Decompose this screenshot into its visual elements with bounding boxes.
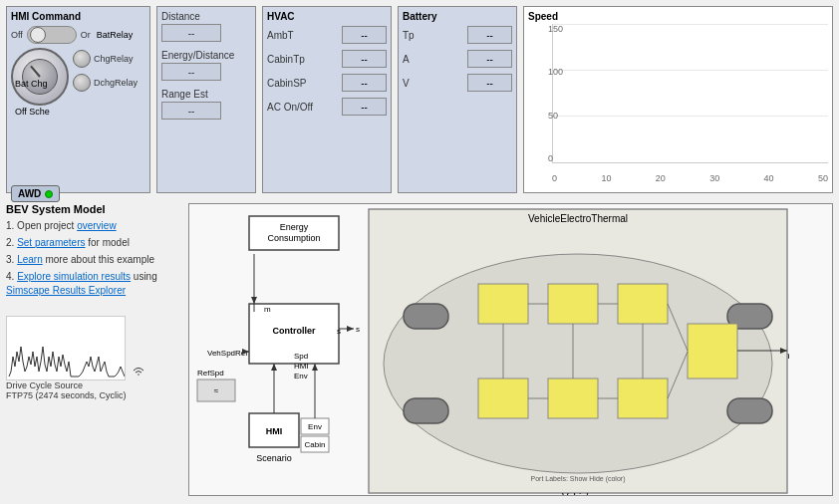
- hvac-value-2: --: [342, 74, 387, 92]
- hvac-label-1: CabinTp: [267, 54, 305, 65]
- chart-y-axis: 150 100 50 0: [548, 24, 563, 163]
- svg-text:Scenario: Scenario: [256, 453, 292, 463]
- svg-text:Spd: Spd: [294, 352, 308, 361]
- distance-panel: Distance -- Energy/Distance -- Range Est…: [156, 6, 256, 193]
- waveform-svg: [7, 317, 125, 379]
- left-info: BEV System Model 1. Open project overvie…: [6, 203, 180, 496]
- awd-led: [45, 190, 53, 198]
- toggle-knob: [30, 27, 46, 43]
- svg-text:Port Labels: Show  Hide (color: Port Labels: Show Hide (color): [531, 475, 626, 483]
- bev-item-1: 1. Open project overview: [6, 219, 180, 233]
- hmi-dial[interactable]: [11, 48, 69, 106]
- svg-marker-26: [347, 326, 354, 332]
- chart-grid: [552, 24, 828, 163]
- svg-text:VehicleElectroThermal: VehicleElectroThermal: [528, 213, 628, 224]
- svg-rect-45: [618, 284, 668, 324]
- svg-marker-31: [312, 364, 318, 371]
- hmi-title: HMI Command: [11, 11, 145, 22]
- svg-marker-29: [271, 364, 277, 371]
- svg-rect-46: [478, 378, 528, 418]
- svg-text:Cabin: Cabin: [305, 440, 326, 449]
- wifi-icon-area: [132, 365, 145, 378]
- hvac-value-1: --: [342, 50, 387, 68]
- drive-cycle-caption: Drive Cycle Source FTP75 (2474 seconds, …: [6, 380, 180, 400]
- bev-item-3: 3. Learn more about this example: [6, 253, 180, 267]
- distance-field: Distance --: [161, 11, 251, 42]
- off-sche-text: Off Sche: [15, 107, 50, 117]
- bev-item-2: 2. Set parameters for model: [6, 236, 180, 250]
- x-label-30: 30: [709, 173, 719, 183]
- distance-label: Distance: [161, 11, 251, 22]
- simulink-diagram: Energy Consumption Controller m Spd HMI …: [189, 204, 832, 495]
- battery-value-2: --: [467, 74, 512, 92]
- grid-line-2: [553, 70, 828, 71]
- block-diagram: Energy Consumption Controller m Spd HMI …: [188, 203, 833, 496]
- battery-row-1: A --: [403, 50, 512, 68]
- awd-button[interactable]: AWD: [11, 185, 60, 202]
- hvac-label-0: AmbT: [267, 30, 294, 41]
- svg-text:Env: Env: [294, 372, 308, 380]
- hvac-panel: HVAC AmbT -- CabinTp -- CabinSP -- AC On…: [262, 6, 392, 193]
- y-label-0: 0: [548, 153, 563, 163]
- svg-rect-41: [404, 304, 448, 329]
- x-label-0: 0: [552, 173, 557, 183]
- hvac-rows: AmbT -- CabinTp -- CabinSP -- AC On/Off …: [267, 26, 387, 116]
- battery-rows: Tp -- A -- V --: [403, 26, 512, 92]
- range-est-value: --: [161, 102, 221, 120]
- chg-relay-row: ChgRelay: [73, 50, 138, 68]
- chart-area: 150 100 50 0 0 10 20 30 40 50: [528, 24, 828, 183]
- battery-value-1: --: [467, 50, 512, 68]
- chart-x-axis: 0 10 20 30 40 50: [552, 173, 828, 183]
- battery-value-0: --: [467, 26, 512, 44]
- svg-rect-39: [404, 398, 448, 423]
- svg-text:Vehicle: Vehicle: [562, 492, 595, 495]
- set-params-link[interactable]: Set parameters: [17, 237, 85, 248]
- svg-text:HMI: HMI: [294, 362, 309, 371]
- svg-rect-48: [618, 378, 668, 418]
- hvac-row-1: CabinTp --: [267, 50, 387, 68]
- battery-label-2: V: [403, 78, 410, 89]
- svg-text:Controller: Controller: [272, 326, 315, 336]
- grid-line-1: [553, 24, 828, 25]
- svg-text:HMI: HMI: [266, 426, 283, 436]
- battery-title: Battery: [403, 11, 512, 22]
- svg-text:s: s: [356, 325, 360, 334]
- svg-marker-21: [251, 297, 257, 304]
- hvac-value-3: --: [342, 98, 387, 116]
- dchg-relay-circle[interactable]: [73, 74, 91, 92]
- hvac-row-0: AmbT --: [267, 26, 387, 44]
- drive-cycle-img: [6, 316, 126, 380]
- energy-distance-value: --: [161, 63, 221, 81]
- hmi-or-label: Or: [81, 30, 91, 40]
- x-label-50: 50: [818, 173, 828, 183]
- hvac-label-2: CabinSP: [267, 78, 306, 89]
- svg-text:Energy: Energy: [280, 222, 309, 232]
- battery-panel: Battery Tp -- A -- V --: [398, 6, 517, 193]
- simscape-link[interactable]: Simscape Results Explorer: [6, 285, 126, 296]
- overview-link[interactable]: overview: [77, 220, 116, 231]
- chg-relay-circle[interactable]: [73, 50, 91, 68]
- svg-text:≈: ≈: [214, 386, 219, 395]
- bev-title: BEV System Model: [6, 203, 180, 215]
- battery-row-0: Tp --: [403, 26, 512, 44]
- bat-chg-text: Bat Chg: [15, 79, 48, 89]
- dial-line: [30, 66, 41, 78]
- y-label-150: 150: [548, 24, 563, 34]
- explore-link[interactable]: Explore simulation results: [17, 271, 131, 282]
- x-label-20: 20: [656, 173, 666, 183]
- range-est-field: Range Est --: [161, 89, 251, 120]
- svg-rect-47: [548, 378, 598, 418]
- svg-rect-43: [478, 284, 528, 324]
- svg-text:s: s: [337, 327, 341, 336]
- battery-row-2: V --: [403, 74, 512, 92]
- awd-label: AWD: [18, 188, 41, 199]
- svg-text:Consumption: Consumption: [267, 233, 320, 243]
- relay-buttons: ChgRelay DchgRelay: [73, 48, 138, 92]
- hmi-off-label: Off: [11, 30, 23, 40]
- hvac-row-2: CabinSP --: [267, 74, 387, 92]
- learn-link[interactable]: Learn: [17, 254, 43, 265]
- hmi-toggle[interactable]: [27, 26, 77, 44]
- distance-value: --: [161, 24, 221, 42]
- energy-distance-field: Energy/Distance --: [161, 50, 251, 81]
- y-label-100: 100: [548, 67, 563, 77]
